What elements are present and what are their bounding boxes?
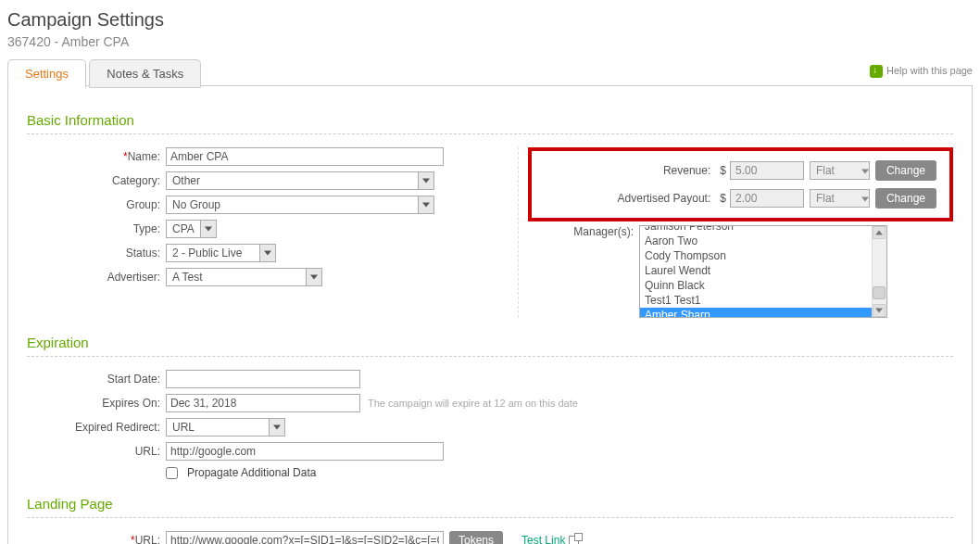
chevron-down-icon xyxy=(306,269,321,285)
divider xyxy=(27,356,953,357)
startdate-label: Start Date: xyxy=(27,373,166,386)
advertiser-label: Advertiser: xyxy=(27,271,166,284)
chevron-down-icon xyxy=(259,245,275,261)
tokens-button[interactable]: Tokens xyxy=(449,531,503,544)
section-basic-heading: Basic Information xyxy=(27,112,953,128)
dollar-sign: $ xyxy=(720,164,726,177)
type-label: Type: xyxy=(27,222,166,235)
expires-label: Expires On: xyxy=(27,397,166,410)
type-select[interactable]: CPA xyxy=(166,220,217,238)
scrollbar[interactable] xyxy=(872,226,886,317)
page-subtitle: 367420 - Amber CPA xyxy=(7,34,973,49)
revenue-input[interactable] xyxy=(730,161,804,180)
expires-hint: The campaign will expire at 12 am on thi… xyxy=(368,398,578,409)
help-link[interactable]: Help with this page xyxy=(870,65,973,78)
list-item[interactable]: Aaron Two xyxy=(640,234,886,248)
help-icon xyxy=(870,65,883,78)
name-input[interactable] xyxy=(166,147,444,166)
expired-url-input[interactable] xyxy=(166,442,444,461)
group-select[interactable]: No Group xyxy=(166,196,434,214)
list-item[interactable]: Amber Sharp xyxy=(640,308,886,318)
status-label: Status: xyxy=(27,247,166,259)
testlink-link[interactable]: Test Link xyxy=(521,534,565,544)
scroll-thumb[interactable] xyxy=(873,286,886,299)
propagate-label: Propagate Additional Data xyxy=(187,466,316,479)
list-item[interactable]: Test1 Test1 xyxy=(640,293,886,308)
dollar-sign: $ xyxy=(720,192,726,205)
chevron-down-icon xyxy=(861,164,869,177)
propagate-checkbox[interactable] xyxy=(166,467,178,479)
revenue-change-button[interactable]: Change xyxy=(875,160,936,181)
payout-change-button[interactable]: Change xyxy=(875,188,936,209)
settings-panel: Basic Information *Name: Category: Other… xyxy=(7,86,973,544)
payout-type-select[interactable]: Flat xyxy=(810,189,870,208)
payout-label: Advertised Payout: xyxy=(605,192,716,205)
advertiser-select[interactable]: A Test xyxy=(166,268,322,286)
divider xyxy=(27,133,953,134)
managers-label: Manager(s): xyxy=(528,225,639,238)
landing-url-label: *URL: xyxy=(27,534,166,544)
tab-row: Settings Notes & Tasks Help with this pa… xyxy=(7,58,973,86)
chevron-down-icon xyxy=(269,419,284,436)
revenue-label: Revenue: xyxy=(605,164,716,177)
page-title: Campaign Settings xyxy=(7,9,973,31)
expired-url-label: URL: xyxy=(27,445,166,458)
list-item[interactable]: Cody Thompson xyxy=(640,248,886,263)
chevron-down-icon xyxy=(200,221,216,237)
category-label: Category: xyxy=(27,174,166,187)
payout-highlight-box: Revenue: $ Flat Change Advertised Payout… xyxy=(528,147,953,221)
payout-input[interactable] xyxy=(730,189,804,208)
revenue-type-select[interactable]: Flat xyxy=(810,161,870,180)
list-item[interactable]: Quinn Black xyxy=(640,278,886,293)
landing-url-input[interactable] xyxy=(166,531,444,544)
external-link-icon xyxy=(569,536,579,545)
chevron-down-icon xyxy=(861,192,869,205)
scroll-down-icon[interactable] xyxy=(873,304,886,317)
category-select[interactable]: Other xyxy=(166,171,434,190)
list-item[interactable]: Laurel Wendt xyxy=(640,263,886,278)
chevron-down-icon xyxy=(418,172,433,189)
redirect-select[interactable]: URL xyxy=(166,418,285,436)
managers-listbox[interactable]: Jamison Peterson Aaron Two Cody Thompson… xyxy=(639,225,887,318)
help-text: Help with this page xyxy=(886,65,973,76)
startdate-input[interactable] xyxy=(166,370,360,388)
chevron-down-icon xyxy=(418,196,433,213)
name-label: *Name: xyxy=(27,150,166,163)
group-label: Group: xyxy=(27,198,166,211)
status-select[interactable]: 2 - Public Live xyxy=(166,244,276,262)
list-item[interactable]: Jamison Peterson xyxy=(640,225,886,234)
redirect-label: Expired Redirect: xyxy=(27,421,166,434)
expires-input[interactable] xyxy=(166,394,360,412)
tab-notes-tasks[interactable]: Notes & Tasks xyxy=(89,59,201,88)
tab-settings[interactable]: Settings xyxy=(7,59,86,88)
section-expiration-heading: Expiration xyxy=(27,335,953,350)
section-landing-heading: Landing Page xyxy=(27,496,953,512)
scroll-up-icon[interactable] xyxy=(873,226,886,239)
divider xyxy=(27,517,953,518)
